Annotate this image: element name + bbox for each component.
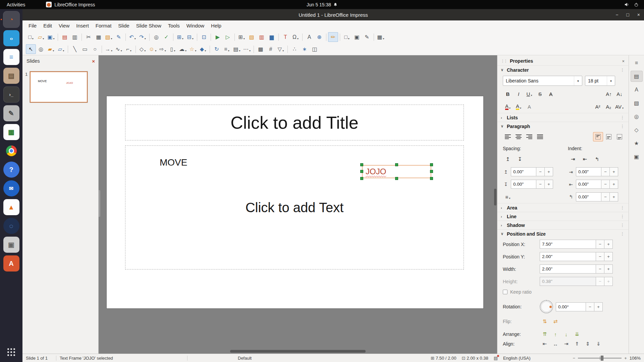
selection-handle-middle-left[interactable] — [360, 170, 363, 173]
insert-text-box-icon[interactable]: T — [280, 32, 290, 42]
increase-button[interactable]: + — [610, 180, 618, 189]
send-to-back-button[interactable]: ⇊ — [572, 329, 582, 339]
rename-slide-icon[interactable]: ✎ — [362, 32, 372, 42]
menu-edit[interactable]: Edit — [40, 21, 55, 30]
focused-app-indicator[interactable]: LibreOffice Impress — [46, 2, 95, 7]
before-text-indent-field[interactable]: 0.00" − + — [576, 167, 618, 176]
align-objects-icon[interactable]: ≡ ▾ — [222, 44, 232, 54]
selection-handle-top-left[interactable] — [360, 163, 363, 166]
shadow-icon[interactable]: ▩ — [256, 44, 266, 54]
more-options-icon[interactable]: ⋮ — [620, 223, 625, 228]
rotation-dial[interactable] — [540, 300, 553, 313]
distribution-icon[interactable]: ⋯ ▾ — [242, 44, 252, 54]
bold-button[interactable]: B — [503, 89, 513, 99]
print-icon[interactable]: ▥ — [70, 32, 80, 42]
display-views-icon[interactable]: ⊡ — [199, 32, 209, 42]
selection-handle-top-middle[interactable] — [395, 163, 398, 166]
arrange-icon[interactable]: ▤ ▾ — [232, 44, 242, 54]
spelling-icon[interactable]: ✓ — [161, 32, 171, 42]
gallery-tab[interactable]: ▧ — [631, 98, 643, 109]
image-filter-icon[interactable]: ▽ ▾ — [276, 44, 286, 54]
align-objects-top-button[interactable]: ⇑ — [572, 341, 582, 347]
menu-insert[interactable]: Insert — [73, 21, 92, 30]
open-icon[interactable]: ▱ ▾ — [36, 32, 46, 42]
new-document-icon[interactable]: □ ▾ — [26, 32, 36, 42]
menu-file[interactable]: File — [25, 21, 40, 30]
insert-chart-icon[interactable]: ▆ — [267, 32, 277, 42]
hanging-indent-button[interactable]: ↰ — [592, 155, 602, 164]
align-left-button[interactable] — [503, 132, 513, 141]
sidebar-menu-icon[interactable]: ≡ — [631, 57, 643, 68]
properties-tab[interactable]: ▤ — [631, 71, 643, 82]
close-slides-panel-icon[interactable]: × — [92, 58, 95, 64]
increase-button[interactable]: + — [545, 180, 553, 189]
below-paragraph-spacing-field[interactable]: 0.00" − + — [511, 180, 553, 189]
height-field[interactable]: 0.38" − + — [540, 277, 613, 286]
align-objects-center-button[interactable]: ↔ — [550, 341, 560, 347]
basic-shapes-icon[interactable]: ◇ ▾ — [138, 44, 148, 54]
decrease-button[interactable]: − — [536, 167, 545, 176]
paste-icon[interactable]: ▧ ▾ — [104, 32, 114, 42]
area-section-header[interactable]: › Area ⋮ — [497, 203, 629, 212]
align-justify-button[interactable] — [535, 132, 545, 141]
rectangle-icon[interactable]: ▭ — [80, 44, 90, 54]
dock-chromium[interactable]: ◌ — [3, 218, 19, 234]
display-grid-icon[interactable]: ⊞ ▾ — [175, 32, 185, 42]
width-field[interactable]: 2.00" − + — [540, 264, 613, 274]
zoom-icon[interactable]: ◎ — [36, 44, 46, 54]
activities-button[interactable]: Activities — [7, 2, 25, 7]
position-x-field[interactable]: 7.50" − + — [540, 240, 613, 249]
dock-files[interactable]: ▤ — [3, 68, 19, 84]
dock-thunderbird[interactable]: ✉ — [3, 180, 19, 196]
stars-and-banners-icon[interactable]: ☆ ▾ — [188, 44, 198, 54]
increase-button[interactable]: + — [604, 264, 613, 274]
move-text-frame[interactable]: MOVE — [160, 157, 187, 168]
zoom-percent[interactable]: 106% — [630, 356, 641, 361]
align-right-button[interactable] — [524, 132, 534, 141]
above-paragraph-spacing-field[interactable]: 0.00" − + — [511, 167, 553, 176]
first-line-indent-field[interactable]: 0.00" − + — [576, 192, 618, 201]
insert-audio-video-icon[interactable]: ▥ — [257, 32, 267, 42]
increase-font-size-button[interactable]: A↑ — [604, 89, 614, 99]
fill-color-icon[interactable]: ▰ ▾ — [46, 44, 56, 54]
master-slide-status[interactable]: Default — [238, 356, 258, 361]
glue-points-icon[interactable]: ∗ — [300, 44, 310, 54]
increase-button[interactable]: + — [545, 167, 553, 176]
cut-icon[interactable]: ✂ — [84, 32, 94, 42]
menu-view[interactable]: View — [55, 21, 73, 30]
shapes-tab[interactable]: ◇ — [631, 124, 643, 135]
zoom-slider[interactable] — [578, 358, 622, 359]
dock-ubuntu-software[interactable]: A — [3, 255, 19, 272]
increase-button[interactable]: + — [604, 277, 613, 286]
select-icon[interactable]: ↖ — [26, 44, 36, 54]
horizontal-scrollbar[interactable] — [230, 350, 366, 353]
flowchart-shapes-icon[interactable]: ▯ ▾ — [168, 44, 178, 54]
lists-section-header[interactable]: › Lists ⋮ — [497, 113, 629, 122]
rotate-icon[interactable]: ↻ — [212, 44, 222, 54]
close-button[interactable]: × — [637, 12, 640, 17]
undo-icon[interactable]: ↶ ▾ — [127, 32, 138, 42]
chevron-down-icon[interactable]: ▾ — [574, 76, 582, 85]
dock-vscode[interactable]: ‹› — [3, 30, 19, 46]
align-center-vertical-button[interactable] — [604, 132, 614, 141]
zoom-in-icon[interactable]: + — [624, 356, 627, 361]
after-text-indent-field[interactable]: 0.00" − + — [576, 180, 618, 189]
bring-forward-button[interactable]: ↑ — [550, 329, 560, 339]
duplicate-slide-icon[interactable]: ▣ — [352, 32, 362, 42]
lines-and-arrows-icon[interactable]: → ▾ — [104, 44, 114, 54]
decrease-paragraph-spacing-button[interactable]: ↧ — [515, 155, 525, 164]
insert-hyperlink-icon[interactable]: ⊕ — [314, 32, 324, 42]
flip-vertical-button[interactable]: ⇅ — [540, 317, 550, 326]
decrease-button[interactable]: − — [596, 264, 604, 274]
dock-gimp[interactable]: ✎ — [3, 105, 19, 121]
zoom-out-icon[interactable]: − — [573, 356, 576, 361]
system-tray[interactable] — [624, 2, 639, 7]
align-objects-bottom-button[interactable]: ⇓ — [593, 341, 603, 347]
window-title-bar[interactable]: Untitled 1 - LibreOffice Impress − □ × — [22, 9, 644, 20]
outline-effect-button[interactable]: A — [524, 102, 534, 111]
rotation-field[interactable]: 0.00° − + — [556, 302, 603, 311]
minimize-button[interactable]: − — [615, 12, 618, 17]
more-options-icon[interactable]: ⋮ — [620, 115, 625, 120]
redo-icon[interactable]: ↷ ▾ — [138, 32, 148, 42]
character-shadow-button[interactable]: A — [546, 89, 556, 99]
